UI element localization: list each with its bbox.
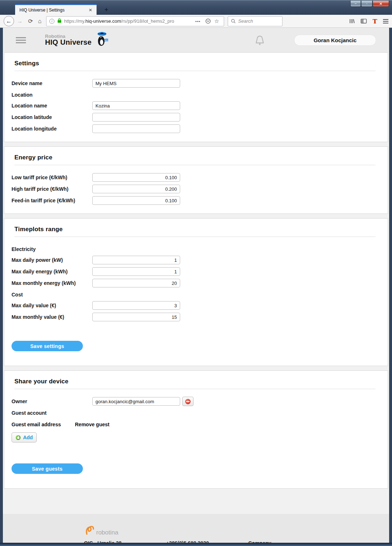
browser-menu-icon[interactable] xyxy=(383,18,388,24)
bookmark-star-icon[interactable]: ☆ xyxy=(214,18,219,25)
cost-subheader: Cost xyxy=(12,290,378,300)
brand-robotina-label: Robotina xyxy=(45,34,92,39)
remove-guest-header: Remove guest xyxy=(75,422,110,427)
energy-price-title: Energy price xyxy=(14,154,378,161)
url-bar[interactable]: i https://my.hiq-universe.com/rs/pp/918/… xyxy=(46,16,224,26)
window-frame: Robotina HIQ Universe Gora xyxy=(0,28,392,543)
sidebar-icon[interactable] xyxy=(361,18,367,24)
app-menu-icon[interactable] xyxy=(16,36,26,45)
settings-title: Settings xyxy=(14,60,378,67)
refresh-button[interactable]: ⟳ xyxy=(28,18,33,25)
back-button[interactable]: ← xyxy=(4,16,14,26)
owner-label: Owner xyxy=(12,399,92,404)
phone-number: +386(0)5 689 2020 xyxy=(166,540,248,543)
max-monthly-energy-label: Max monthly energy (kWh) xyxy=(12,280,92,286)
company-link[interactable]: Company xyxy=(248,540,330,543)
share-device-card: Share your device Owner Guest account Gu… xyxy=(4,370,388,489)
max-daily-energy-input[interactable] xyxy=(92,267,180,276)
max-daily-power-input[interactable] xyxy=(92,256,180,264)
browser-tab[interactable]: HIQ Universe | Settings ✕ xyxy=(15,4,97,15)
page-footer: robotina OIC - Hrpelje 38 SI-6420 Kozina… xyxy=(3,514,389,543)
pocket-icon[interactable] xyxy=(205,18,211,24)
lock-icon xyxy=(57,18,62,25)
high-tariff-label: High tariff price (€/kWh) xyxy=(12,186,92,192)
tab-close-icon[interactable]: ✕ xyxy=(87,8,94,13)
brand-block: Robotina HIQ Universe xyxy=(45,34,92,47)
max-monthly-value-input[interactable] xyxy=(92,313,180,321)
location-name-row: Location name xyxy=(12,101,378,111)
max-daily-energy-row: Max daily energy (kWh) xyxy=(12,267,378,277)
energy-price-card: Energy price Low tariff price (€/kWh) Hi… xyxy=(4,146,388,214)
share-device-title: Share your device xyxy=(14,378,378,385)
high-tariff-input[interactable] xyxy=(92,185,180,193)
location-longitude-input[interactable] xyxy=(92,124,180,133)
minimize-button[interactable]: – xyxy=(350,1,361,7)
max-daily-value-input[interactable] xyxy=(92,301,180,310)
notifications-bell-icon[interactable] xyxy=(254,34,265,46)
home-button[interactable]: ⌂ xyxy=(38,18,41,25)
window-bottom-border xyxy=(0,543,392,546)
guest-email-header: Guest email address xyxy=(12,422,75,427)
add-guest-button[interactable]: Add xyxy=(12,432,37,442)
tab-title: HIQ Universe | Settings xyxy=(19,8,87,13)
forward-button[interactable]: → xyxy=(17,18,23,25)
user-account-button[interactable]: Goran Kocjancic xyxy=(294,35,376,46)
timeplots-range-card: Timeplots range Electricity Max daily po… xyxy=(4,218,388,366)
nav-toolbar: ← → ⟳ ⌂ i https://my.hiq-universe.com/rs… xyxy=(0,15,392,28)
brand-hiq-universe-label: HIQ Universe xyxy=(45,39,92,46)
search-bar[interactable] xyxy=(228,16,282,26)
max-monthly-value-row: Max monthly value (€) xyxy=(12,312,378,322)
search-icon xyxy=(231,19,236,23)
location-latitude-input[interactable] xyxy=(92,113,180,122)
location-longitude-label: Location longitude xyxy=(12,126,92,132)
max-daily-value-row: Max daily value (€) xyxy=(12,300,378,311)
add-icon xyxy=(15,435,21,440)
search-input[interactable] xyxy=(238,18,274,24)
low-tariff-label: Low tariff price (€/kWh) xyxy=(12,175,92,180)
max-daily-energy-label: Max daily energy (kWh) xyxy=(12,269,92,274)
save-guests-button[interactable]: Save guests xyxy=(12,463,83,474)
max-monthly-energy-input[interactable] xyxy=(92,279,180,287)
low-tariff-row: Low tariff price (€/kWh) xyxy=(12,172,378,182)
device-name-input[interactable] xyxy=(92,79,180,88)
timeplots-range-title: Timeplots range xyxy=(14,226,378,233)
footer-links: Company Support Wiki xyxy=(248,540,330,543)
footer-address: OIC - Hrpelje 38 SI-6420 Kozina Slovenia xyxy=(84,540,166,543)
high-tariff-row: High tariff price (€/kWh) xyxy=(12,184,378,194)
owner-email-input[interactable] xyxy=(92,397,180,406)
location-name-label: Location name xyxy=(12,103,92,109)
feed-in-tariff-label: Feed-in tariff price (€/kWh) xyxy=(12,198,92,203)
feed-in-tariff-input[interactable] xyxy=(92,196,180,205)
guest-table-headers: Guest email address Remove guest xyxy=(12,422,378,427)
settings-card: Settings Device name Location Location n… xyxy=(4,52,388,142)
url-text: https://my.hiq-universe.com/rs/pp/918/io… xyxy=(64,18,192,24)
library-icon[interactable] xyxy=(349,18,355,24)
page-viewport: Robotina HIQ Universe Gora xyxy=(3,28,389,543)
site-info-icon[interactable]: i xyxy=(49,19,54,24)
max-daily-value-label: Max daily value (€) xyxy=(12,303,92,308)
save-settings-button[interactable]: Save settings xyxy=(12,341,83,351)
remove-owner-button[interactable] xyxy=(182,397,193,406)
owner-row: Owner xyxy=(12,396,378,406)
robotina-logo-text: robotina xyxy=(96,529,118,536)
low-tariff-input[interactable] xyxy=(92,173,180,182)
location-longitude-row: Location longitude xyxy=(12,124,378,134)
footer-contact: +386(0)5 689 2020 info@robotina.com www.… xyxy=(166,540,248,543)
maximize-button[interactable]: ▫ xyxy=(361,1,373,7)
device-name-label: Device name xyxy=(12,80,92,86)
location-name-input[interactable] xyxy=(92,101,180,110)
new-tab-button[interactable]: + xyxy=(102,6,111,14)
max-monthly-energy-row: Max monthly energy (kWh) xyxy=(12,278,378,288)
page-actions-icon[interactable]: ••• xyxy=(195,19,201,23)
location-latitude-label: Location latitude xyxy=(12,114,92,120)
address-line: OIC - Hrpelje 38 xyxy=(84,540,166,543)
feed-in-tariff-row: Feed-in tariff price (€/kWh) xyxy=(12,195,378,206)
window-controls: – ▫ ✕ xyxy=(350,1,389,7)
footer-brand: robotina xyxy=(84,522,389,538)
extension-t-icon[interactable]: T xyxy=(373,18,377,25)
titlebar: – ▫ ✕ HIQ Universe | Settings ✕ + xyxy=(0,0,392,15)
footer-columns: OIC - Hrpelje 38 SI-6420 Kozina Slovenia… xyxy=(84,540,389,543)
location-subheader: Location xyxy=(12,90,378,100)
close-window-button[interactable]: ✕ xyxy=(373,1,389,7)
toolbar-right-icons: T xyxy=(343,18,388,25)
